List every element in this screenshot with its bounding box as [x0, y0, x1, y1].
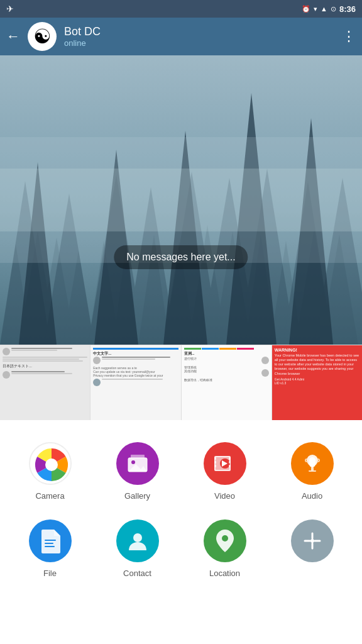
status-bar-right: ⏰ ▾ ▲ ⊙ 8:36: [302, 4, 356, 14]
file-icon: [29, 519, 72, 562]
file-label: File: [43, 569, 57, 578]
chat-area: No messages here yet...: [0, 55, 362, 345]
alarm-icon: ⏰: [302, 5, 310, 13]
telegram-icon: ✈: [6, 4, 14, 14]
menu-button[interactable]: ⋮: [342, 28, 356, 45]
svg-rect-46: [229, 465, 231, 467]
svg-point-56: [310, 539, 314, 543]
video-icon: [204, 442, 246, 485]
svg-rect-42: [214, 461, 216, 464]
attach-more[interactable]: [268, 510, 356, 587]
status-bar-left: ✈: [6, 4, 14, 14]
svg-rect-43: [214, 465, 216, 467]
svg-rect-53: [45, 546, 55, 547]
back-button[interactable]: ←: [6, 28, 20, 45]
chat-background: No messages here yet...: [0, 55, 362, 345]
svg-point-32: [45, 458, 58, 471]
svg-rect-44: [229, 457, 231, 460]
attach-video[interactable]: Video: [181, 433, 268, 510]
audio-icon: [291, 442, 334, 485]
more-icon: [291, 519, 334, 562]
empty-message: No messages here yet...: [114, 245, 248, 269]
wifi-icon: ▾: [314, 5, 317, 13]
thumbnail-4[interactable]: WARNING! Your Chrome Mobile browser has …: [272, 345, 362, 420]
gallery-icon: [116, 442, 159, 485]
forest-illustration: [0, 55, 362, 345]
svg-point-55: [222, 535, 228, 541]
attach-camera[interactable]: Camera: [6, 433, 94, 510]
status-time: 8:36: [339, 4, 356, 14]
svg-rect-37: [131, 455, 145, 458]
avatar: ☯: [28, 22, 57, 51]
svg-point-54: [133, 533, 142, 542]
attach-contact[interactable]: Contact: [94, 510, 181, 587]
gallery-label: Gallery: [124, 491, 150, 501]
avatar-emoji: ☯: [28, 22, 57, 51]
svg-rect-52: [45, 543, 53, 544]
header-info: Bot DC online: [64, 25, 334, 48]
svg-rect-51: [45, 540, 56, 541]
attach-location[interactable]: Location: [181, 510, 268, 587]
location-icon: [204, 519, 246, 562]
attach-file[interactable]: File: [6, 510, 94, 587]
thumbnail-1[interactable]: 日本語テキスト...: [0, 345, 90, 420]
audio-label: Audio: [302, 491, 322, 501]
contact-status: online: [64, 38, 334, 48]
battery-icon: ⊙: [331, 5, 336, 13]
attach-grid: Camera Gallery: [0, 433, 362, 587]
svg-rect-45: [229, 461, 231, 464]
attach-audio[interactable]: Audio: [268, 433, 356, 510]
svg-rect-30: [0, 169, 362, 231]
thumbnail-3[interactable]: 亚洲... 进行统计 管理系统 其他功能 数据导出，结构标准: [182, 345, 272, 420]
thumbnail-strip: 日本語テキスト... 中文文字... Each suggestio: [0, 345, 362, 420]
thumbnail-2[interactable]: 中文文字... Each suggestion serves as a te C…: [90, 345, 181, 420]
contact-icon: [116, 519, 159, 562]
location-label: Location: [209, 569, 240, 578]
svg-rect-50: [309, 470, 316, 472]
svg-rect-41: [214, 457, 216, 460]
video-label: Video: [214, 491, 235, 501]
chat-header: ← ☯ Bot DC online ⋮: [0, 18, 362, 55]
attach-gallery[interactable]: Gallery: [94, 433, 181, 510]
status-bar: ✈ ⏰ ▾ ▲ ⊙ 8:36: [0, 0, 362, 18]
camera-label: Camera: [35, 491, 64, 501]
svg-point-35: [131, 460, 135, 464]
contact-label: Contact: [123, 569, 151, 578]
camera-icon: [29, 442, 72, 485]
attach-menu: Camera Gallery: [0, 420, 362, 594]
contact-name: Bot DC: [64, 25, 334, 38]
svg-rect-49: [311, 467, 314, 470]
signal-icon: ▲: [321, 5, 327, 13]
